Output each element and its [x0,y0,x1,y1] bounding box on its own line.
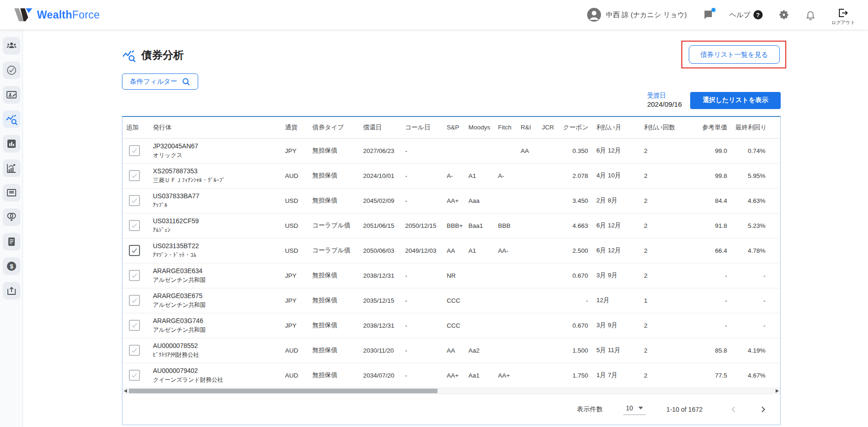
view-bond-list-button[interactable]: 債券リスト一覧を見る [689,45,780,64]
cell-moodys: A1 [465,163,494,188]
messages-button[interactable] [703,9,714,20]
row-checkbox[interactable] [129,245,140,256]
row-checkbox[interactable] [129,220,140,231]
cell-ref_price: 66.4 [688,238,732,263]
cell-ri [517,238,538,263]
cell-interest_freq: 2 [640,188,688,213]
cell-interest_freq: 2 [640,138,688,163]
cell-sp [443,138,465,163]
scroll-right-arrow-icon[interactable] [776,389,779,393]
cell-coupon: 0.350 [559,138,593,163]
cell-fitch [494,313,517,338]
scroll-left-arrow-icon[interactable] [124,389,127,393]
row-checkbox[interactable] [129,295,140,306]
column-header: 償還日 [359,117,401,138]
sidebar-item-performance[interactable] [3,159,20,177]
cell-call_date: - [401,263,443,288]
row-checkbox[interactable] [129,145,140,156]
cell-issuer: AU0000079402クイーンズランド財務公社 [149,363,281,388]
checkmark-icon [131,172,138,179]
sidebar-item-export[interactable] [3,282,20,299]
row-checkbox[interactable] [129,320,140,331]
rows-per-page-value: 10 [626,404,633,412]
cell-maturity: 2035/12/15 [359,288,401,313]
cell-fitch: AA- [494,238,517,263]
row-checkbox[interactable] [129,370,140,381]
cell-maturity: 2024/10/01 [359,163,401,188]
cell-add [122,238,149,263]
filter-button[interactable]: 条件フィルター [122,73,198,90]
issuer-name: オリックス [153,152,279,159]
sidebar-item-fees[interactable]: $ [3,257,20,275]
checkmark-icon [131,297,138,304]
notification-dot [711,8,716,12]
issuer-code: ARARGE03E675 [153,292,279,300]
chevron-left-icon [729,405,738,414]
cell-fitch [494,188,517,213]
sidebar-item-contact-edit[interactable] [3,86,20,104]
cell-sp: AA+ [443,188,465,213]
issuer-name: クイーンズランド財務公社 [153,376,279,384]
issuer-code: US023135BT22 [153,242,279,250]
cell-coupon: 4.663 [559,213,593,238]
sidebar-item-customers[interactable] [3,37,20,55]
cell-interest_months: 4月 10月 [593,163,640,188]
wealthforce-logo-icon [14,8,32,22]
cell-issuer: XS2057887353三菱ＵＦＪﾌｨﾅﾝｼｬﾙ・ｸﾞﾙｰﾌﾟ [149,163,281,188]
cell-type: 無担保債 [309,338,359,363]
page-title: 債券分析 [141,48,184,62]
cell-maturity: 2051/06/15 [359,213,401,238]
sidebar-item-reports[interactable] [3,135,20,152]
sidebar-item-notes[interactable] [3,233,20,250]
issuer-code: AU0000079402 [153,366,279,375]
bond-analysis-title-icon [122,49,136,62]
scrollbar-thumb[interactable] [129,389,437,393]
sidebar-item-matching[interactable] [3,208,20,226]
next-page-button[interactable] [759,405,767,414]
cell-ri [517,363,538,388]
cell-ri [517,188,538,213]
cell-coupon: 0.670 [559,313,593,338]
column-header: Fitch [494,117,517,138]
cell-interest_months: 6月 12月 [593,213,640,238]
issuer-code: XS2057887353 [153,167,279,175]
help-button[interactable]: ヘルプ ? [729,10,763,19]
cell-ytm: 5.95% [732,163,781,188]
column-header: Moodys [465,117,494,138]
sidebar-item-statements[interactable] [3,184,20,201]
row-checkbox[interactable] [129,170,140,181]
settings-button[interactable] [778,9,789,20]
cell-jcr [538,313,559,338]
cell-moodys: Aa2 [465,338,494,363]
row-checkbox[interactable] [129,195,140,206]
sidebar-item-bond-analysis[interactable] [3,110,20,128]
cell-sp: NR [443,263,465,288]
row-checkbox[interactable] [129,270,140,281]
cell-sp: CCC [443,313,465,338]
caret-down-icon [638,407,643,409]
previous-page-button[interactable] [729,405,738,414]
cell-moodys: Aa1 [465,363,494,388]
cell-ri [517,313,538,338]
column-header: 債券タイプ [309,117,359,138]
column-header: 最終利回り [732,117,781,138]
avatar-icon[interactable] [587,7,601,22]
sidebar-item-tasks[interactable] [3,61,20,79]
column-header: JCR [538,117,559,138]
rows-per-page-select[interactable]: 10 [623,403,646,415]
cell-interest_months: 6月 12月 [593,138,640,163]
show-selected-list-button[interactable]: 選択したリストを表示 [690,92,781,109]
column-header: 追加 [122,117,149,138]
user-menu: 中西 諒 (ナカニシ リョウ) [587,7,687,22]
cell-add [122,363,149,388]
cell-type: コーラブル債 [309,238,359,263]
cell-call_date: - [401,338,443,363]
cell-add [122,338,149,363]
cell-type: 無担保債 [309,188,359,213]
row-checkbox[interactable] [129,345,140,356]
cell-maturity: 2038/12/31 [359,313,401,338]
notifications-button[interactable] [805,9,816,20]
column-header: クーポン [559,117,593,138]
issuer-name: ｱﾑｼﾞｪﾝ [153,226,279,234]
logout-button[interactable]: ログアウト [832,7,855,26]
